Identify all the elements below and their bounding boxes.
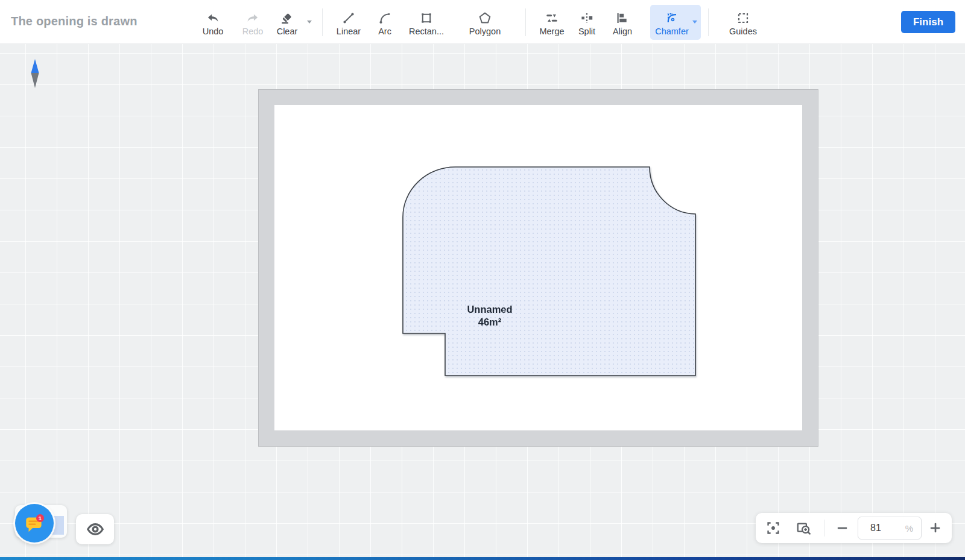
align-icon bbox=[615, 10, 630, 25]
arc-tool-button[interactable]: Arc bbox=[367, 4, 402, 41]
rectangle-label: Rectan... bbox=[409, 27, 444, 36]
redo-label: Redo bbox=[242, 27, 264, 36]
toolbar-items: Undo Redo Clear bbox=[195, 0, 764, 44]
clear-dropdown-button[interactable] bbox=[304, 4, 315, 41]
merge-label: Merge bbox=[539, 27, 564, 36]
merge-icon bbox=[545, 10, 559, 25]
split-icon bbox=[580, 10, 594, 25]
chevron-down-icon bbox=[307, 20, 312, 24]
top-toolbar: The opening is drawn Undo Redo bbox=[0, 0, 965, 44]
chat-support-button[interactable]: 1 bbox=[15, 504, 54, 543]
align-tool-button[interactable]: Align bbox=[604, 4, 641, 41]
finish-button[interactable]: Finish bbox=[901, 11, 955, 33]
zoom-unit-label: % bbox=[905, 523, 913, 533]
zoom-to-area-button[interactable] bbox=[788, 515, 818, 541]
chat-bubble-icon: 1 bbox=[23, 512, 46, 535]
zoom-out-button[interactable] bbox=[830, 515, 855, 541]
rectangle-icon bbox=[419, 10, 434, 25]
undo-icon bbox=[205, 10, 221, 25]
toolbar-separator bbox=[525, 8, 526, 36]
room-area-label: 46m² bbox=[478, 316, 502, 327]
polygon-icon bbox=[478, 10, 492, 25]
line-icon bbox=[341, 10, 356, 25]
fit-to-screen-icon bbox=[765, 520, 781, 536]
zoom-in-icon bbox=[929, 521, 942, 535]
bottom-progress-line bbox=[0, 557, 965, 560]
undo-button[interactable]: Undo bbox=[195, 4, 230, 41]
room-name-label: Unnamed bbox=[467, 304, 512, 315]
redo-icon bbox=[245, 10, 261, 25]
chat-badge-count: 1 bbox=[39, 515, 42, 521]
zoombar-separator bbox=[824, 520, 824, 536]
guides-tool-button[interactable]: Guides bbox=[722, 4, 764, 41]
guides-icon bbox=[736, 10, 750, 25]
split-tool-button[interactable]: Split bbox=[569, 4, 604, 41]
chamfer-label: Chamfer bbox=[655, 27, 689, 36]
clear-label: Clear bbox=[277, 27, 298, 36]
arc-icon bbox=[378, 10, 392, 25]
north-compass-icon bbox=[30, 58, 40, 89]
floorplan-editor: The opening is drawn Undo Redo bbox=[0, 0, 965, 560]
toolbar-separator bbox=[708, 8, 709, 36]
zoom-level-input[interactable] bbox=[858, 523, 890, 533]
eraser-icon bbox=[280, 10, 294, 25]
chamfer-icon bbox=[665, 10, 679, 25]
zoom-in-button[interactable] bbox=[922, 515, 949, 541]
rectangle-tool-button[interactable]: Rectan... bbox=[402, 4, 451, 41]
split-label: Split bbox=[578, 27, 595, 36]
clear-button[interactable]: Clear bbox=[270, 4, 304, 41]
drawing-canvas[interactable]: Unnamed 46m² 1 bbox=[0, 44, 965, 560]
fit-to-screen-button[interactable] bbox=[758, 515, 788, 541]
undo-label: Undo bbox=[203, 27, 224, 36]
merge-tool-button[interactable]: Merge bbox=[534, 4, 569, 41]
chevron-down-icon[interactable] bbox=[692, 20, 697, 24]
linear-tool-button[interactable]: Linear bbox=[330, 4, 367, 41]
room-polygon[interactable]: Unnamed 46m² bbox=[403, 167, 695, 376]
zoom-to-area-icon bbox=[796, 520, 812, 536]
status-message: The opening is drawn bbox=[11, 14, 138, 28]
toolbar-separator bbox=[322, 8, 323, 36]
visibility-icon bbox=[86, 522, 104, 536]
polygon-label: Polygon bbox=[469, 27, 501, 36]
guides-label: Guides bbox=[729, 27, 757, 36]
align-label: Align bbox=[613, 27, 632, 36]
arc-label: Arc bbox=[378, 27, 391, 36]
redo-button[interactable]: Redo bbox=[235, 4, 270, 41]
chamfer-tool-button[interactable]: Chamfer bbox=[650, 5, 701, 40]
zoom-level-field: % bbox=[858, 517, 922, 540]
zoom-controls-bar: % bbox=[756, 513, 952, 543]
polygon-tool-button[interactable]: Polygon bbox=[459, 4, 511, 41]
zoom-out-icon bbox=[836, 521, 849, 535]
visibility-toggle-button[interactable] bbox=[76, 514, 114, 544]
linear-label: Linear bbox=[337, 27, 361, 36]
